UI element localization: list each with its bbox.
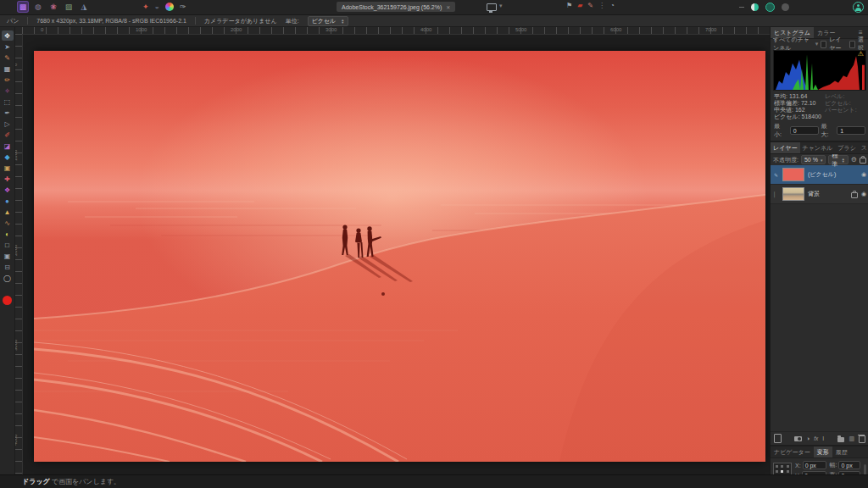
opacity-select[interactable]: 50 %▾ (801, 155, 826, 164)
layer-name[interactable]: 背景 (808, 190, 848, 198)
transform-field: X: 0 px (795, 461, 826, 469)
tool-button[interactable]: ▣ (2, 163, 14, 173)
delete-layer-icon[interactable] (859, 435, 865, 443)
mask-layer-icon[interactable] (794, 436, 802, 441)
layer-row[interactable]: ▏ 背景 ◉ (771, 185, 868, 204)
histogram-stats-left: 平均: 131.64 標準偏差: 72.10 中央値: 162 ピクセル: 51… (774, 93, 825, 120)
visibility-eye-icon[interactable]: ◉ (861, 171, 866, 178)
status-hint: で画面をパンします。 (52, 477, 120, 486)
tool-button[interactable]: ✐ (2, 130, 14, 140)
merge-layers-icon[interactable]: ▥ (849, 435, 854, 442)
tool-button[interactable]: ✥ (2, 30, 14, 41)
tool-button[interactable]: ✚ (2, 174, 14, 184)
transform-tabs: ナビゲーター 変形 履歴 (771, 446, 868, 458)
persona-icon[interactable]: ❀ (47, 1, 59, 13)
persona-icon[interactable]: ◍ (32, 1, 44, 13)
tool-button[interactable]: ❖ (2, 185, 14, 195)
tool-button[interactable]: ⬚ (2, 97, 14, 107)
ruler-label: 7000 (705, 27, 770, 34)
layer-row[interactable]: ✎ (ピクセル) ◉ (771, 165, 868, 185)
stepper-icon[interactable]: ▲▼ (341, 19, 344, 24)
develop-brush-icon[interactable]: ✦ (142, 2, 149, 12)
visibility-eye-icon[interactable]: ◉ (861, 191, 866, 197)
layer-checkbox[interactable] (821, 41, 826, 48)
active-color-swatch[interactable] (3, 296, 12, 305)
persona-icons: ▩ ◍ ❀ ▨ ◮ (17, 1, 90, 13)
ruler-corner (15, 27, 22, 34)
tool-button[interactable]: ✧ (2, 86, 14, 96)
wand-icon[interactable]: ✑ (180, 2, 186, 12)
tool-button[interactable]: ◐ (2, 229, 14, 239)
ruler-label: 4000 (420, 27, 515, 34)
max-label: 最大: (821, 122, 835, 139)
pencil-icon[interactable]: ✎ (587, 2, 593, 9)
panel-tab[interactable]: 変形 (814, 446, 832, 458)
tool-button[interactable]: ● (2, 196, 14, 206)
offline-status-icon[interactable] (782, 3, 789, 11)
field-input[interactable]: 0 px (803, 461, 826, 469)
panel-tab[interactable]: チャンネル (800, 142, 836, 153)
close-icon[interactable]: ✕ (446, 4, 450, 10)
layer-thumbnail[interactable] (782, 187, 804, 201)
display-chevron-icon[interactable]: ▾ (499, 3, 503, 9)
min-input[interactable]: 0 (790, 126, 819, 135)
pin-icon[interactable]: ⚑ (566, 2, 572, 9)
warning-icon: ⚠ (858, 50, 864, 58)
stat-row: 標準偏差: 72.10 (774, 100, 825, 107)
panel-tab[interactable]: ナビゲーター (771, 446, 814, 458)
tool-button[interactable]: ▦ (2, 64, 14, 74)
document-tab[interactable]: AdobeStock_362159726.jpeg (56.2%) ✕ (337, 2, 455, 12)
tool-button[interactable]: ➤ (2, 42, 14, 52)
tool-button[interactable]: ∿ (2, 218, 14, 228)
canvas-area[interactable]: 01000200030004000500060007000 0100020003… (15, 27, 770, 474)
panel-tab[interactable]: ブラシ (835, 142, 859, 153)
tool-button[interactable]: ▲ (2, 207, 14, 217)
live-filter-icon[interactable]: fx (814, 435, 818, 441)
blend-mode-select[interactable]: 標準 ▲▼ (828, 155, 848, 164)
group-layers-icon[interactable] (837, 437, 844, 442)
lock-icon[interactable] (860, 158, 866, 164)
tool-button[interactable]: ▣ (2, 251, 14, 261)
vertical-ruler: 01000200030004000 (15, 34, 23, 474)
adjustment-layer-icon[interactable]: ◑ (806, 435, 810, 441)
panel-tab[interactable]: ストック (859, 142, 868, 153)
persona-icon[interactable]: ▨ (63, 1, 75, 13)
kebab-menu-icon[interactable]: ⋮ (598, 2, 605, 9)
account-icon[interactable] (853, 2, 864, 13)
max-input[interactable]: 1 (837, 126, 865, 135)
panel-tab[interactable]: 履歴 (832, 446, 851, 458)
tool-button[interactable]: ✏ (2, 75, 14, 85)
red-swatch-icon[interactable]: ▰ (577, 2, 582, 9)
gear-icon[interactable]: ⚙ (851, 156, 857, 164)
tool-button[interactable]: ⊟ (2, 262, 14, 272)
tool-button[interactable]: ▷ (2, 119, 14, 129)
layer-name[interactable]: (ピクセル) (808, 170, 858, 179)
panel-tab[interactable]: レイヤー (771, 142, 800, 153)
tool-button[interactable]: ✎ (2, 53, 14, 63)
field-input[interactable]: 0 px (838, 461, 860, 469)
tool-button[interactable]: ✒ (2, 108, 14, 118)
layer-thumbnail[interactable] (782, 168, 804, 181)
add-pixel-layer-icon[interactable] (774, 434, 782, 443)
tool-button[interactable]: ◯ (2, 273, 14, 283)
face-icon[interactable]: ◔ (610, 2, 615, 9)
ruler-label: 0 (41, 27, 136, 34)
online-status-icon[interactable] (765, 3, 775, 12)
photo-document[interactable] (34, 51, 765, 462)
persona-icon[interactable]: ▩ (17, 1, 29, 13)
persona-icon[interactable]: ◮ (78, 1, 90, 13)
layers-panel: レイヤー チャンネル ブラシ ストック 不透明度: 50 %▾ (771, 141, 868, 445)
lock-icon[interactable] (851, 192, 858, 198)
tool-button[interactable]: ◆ (2, 152, 14, 162)
tool-button[interactable]: □ (2, 240, 14, 250)
display-icon[interactable] (487, 3, 497, 11)
unit-select[interactable]: ピクセル ▲▼ (308, 16, 349, 26)
sphere-icon[interactable]: ◒ (155, 2, 159, 12)
sync-status-icon[interactable] (751, 3, 759, 11)
selection-checkbox[interactable] (849, 41, 855, 48)
tool-button[interactable]: ◪ (2, 141, 14, 151)
context-toolbar: パン 7680 x 4320px, 33.18MP, RGBA/8 - sRGB… (0, 15, 868, 27)
panel-menu-icon[interactable]: ≡ (859, 29, 865, 36)
color-wheel-icon[interactable] (165, 3, 174, 11)
text-layer-icon[interactable]: I (822, 435, 824, 441)
